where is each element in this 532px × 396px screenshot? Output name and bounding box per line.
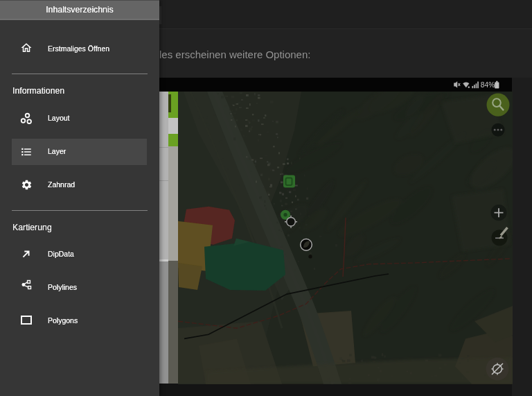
- svg-text:84%: 84%: [481, 81, 495, 89]
